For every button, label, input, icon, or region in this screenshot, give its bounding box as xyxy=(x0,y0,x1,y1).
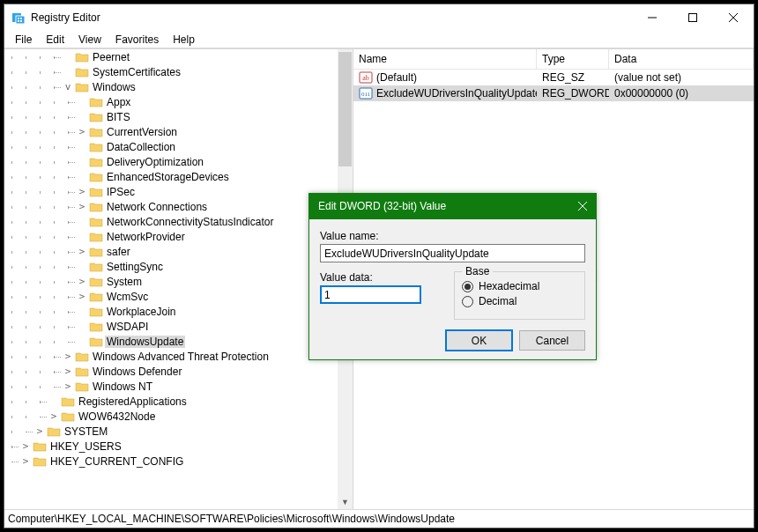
tree-node-label: SettingSync xyxy=(105,261,165,273)
string-value-icon: ab xyxy=(359,70,373,85)
tree-node-label: IPSec xyxy=(105,186,137,198)
svg-rect-2 xyxy=(18,18,19,19)
folder-icon xyxy=(89,305,103,319)
main-split: PeernetSystemCertificatesvWindowsAppxBIT… xyxy=(4,48,754,510)
folder-icon xyxy=(89,155,103,169)
ok-button[interactable]: OK xyxy=(446,330,512,351)
tree-node[interactable]: SystemCertificates xyxy=(4,64,338,79)
expand-toggle-icon[interactable]: > xyxy=(19,440,33,452)
tree-node-label: HKEY_CURRENT_CONFIG xyxy=(48,455,185,468)
cancel-button[interactable]: Cancel xyxy=(519,330,585,351)
expand-toggle-icon[interactable]: > xyxy=(61,366,75,377)
dialog-close-button[interactable] xyxy=(569,193,596,219)
expand-toggle-icon[interactable]: > xyxy=(75,126,89,137)
tree-node[interactable]: >Network Connections xyxy=(4,199,338,214)
tree-node[interactable]: RegisteredApplications xyxy=(4,394,338,409)
close-button[interactable] xyxy=(713,4,754,31)
expand-toggle-icon[interactable]: > xyxy=(47,410,61,422)
list-row[interactable]: ab (Default) REG_SZ (value not set) xyxy=(353,70,754,85)
folder-icon xyxy=(89,125,103,139)
dialog-title-bar[interactable]: Edit DWORD (32-bit) Value xyxy=(309,193,596,219)
folder-icon xyxy=(75,350,89,364)
folder-icon xyxy=(75,65,89,79)
value-data-input[interactable] xyxy=(320,285,421,304)
tree-node[interactable]: NetworkProvider xyxy=(4,229,338,244)
folder-icon xyxy=(89,260,103,274)
menu-file[interactable]: File xyxy=(8,32,39,48)
tree-node-label: Windows Defender xyxy=(91,366,183,378)
tree-node[interactable]: >System xyxy=(4,274,338,289)
tree-node[interactable]: >WcmSvc xyxy=(4,289,338,304)
tree-node-label: Appx xyxy=(105,96,132,108)
svg-rect-4 xyxy=(18,20,19,22)
tree-node[interactable]: WindowsUpdate xyxy=(4,334,338,349)
tree-node[interactable]: NetworkConnectivityStatusIndicator xyxy=(4,214,338,229)
folder-icon xyxy=(75,50,89,64)
tree-node[interactable]: >Windows Advanced Threat Protection xyxy=(4,349,338,364)
tree-node[interactable]: >HKEY_CURRENT_CONFIG xyxy=(4,454,338,469)
expand-toggle-icon[interactable]: > xyxy=(75,291,89,302)
col-header-type[interactable]: Type xyxy=(537,49,609,69)
tree-node[interactable]: >Windows Defender xyxy=(4,364,338,379)
expand-toggle-icon[interactable]: v xyxy=(61,81,75,92)
minimize-button[interactable] xyxy=(632,4,673,31)
folder-icon xyxy=(89,320,103,334)
folder-icon xyxy=(89,335,103,349)
svg-rect-1 xyxy=(16,16,25,24)
radio-hexadecimal[interactable]: Hexadecimal xyxy=(462,280,577,292)
scroll-down-icon[interactable]: ▼ xyxy=(338,494,353,509)
tree-node-label: SystemCertificates xyxy=(91,66,182,78)
tree-node[interactable]: vWindows xyxy=(4,79,338,94)
tree-node[interactable]: WorkplaceJoin xyxy=(4,304,338,319)
tree-node-label: EnhancedStorageDevices xyxy=(105,171,231,183)
tree-node-label: WcmSvc xyxy=(105,291,150,303)
tree-node[interactable]: Appx xyxy=(4,94,338,109)
tree-node[interactable]: >IPSec xyxy=(4,184,338,199)
tree-node-label: CurrentVersion xyxy=(105,126,179,138)
title-bar[interactable]: Registry Editor xyxy=(4,4,754,31)
expand-toggle-icon[interactable]: > xyxy=(75,201,89,212)
tree-node-label: WorkplaceJoin xyxy=(105,306,177,318)
tree-node[interactable]: >WOW6432Node xyxy=(4,409,338,424)
edit-dialog: Edit DWORD (32-bit) Value Value name: Va… xyxy=(308,193,597,360)
value-data-label: Value data: xyxy=(320,271,443,284)
tree-node[interactable]: >SYSTEM xyxy=(4,424,338,439)
tree-node[interactable]: EnhancedStorageDevices xyxy=(4,169,338,184)
col-header-data[interactable]: Data xyxy=(609,49,754,69)
status-path: Computer\HKEY_LOCAL_MACHINE\SOFTWARE\Pol… xyxy=(8,513,455,525)
tree-node[interactable]: >Windows NT xyxy=(4,379,338,394)
tree-node-label: HKEY_USERS xyxy=(48,440,123,453)
tree-node[interactable]: DeliveryOptimization xyxy=(4,154,338,169)
tree-node[interactable]: SettingSync xyxy=(4,259,338,274)
maximize-button[interactable] xyxy=(673,4,713,31)
tree-node[interactable]: DataCollection xyxy=(4,139,338,154)
menu-edit[interactable]: Edit xyxy=(39,32,71,48)
tree-node[interactable]: >safer xyxy=(4,244,338,259)
expand-toggle-icon[interactable]: > xyxy=(33,425,47,437)
expand-toggle-icon[interactable]: > xyxy=(75,186,89,197)
radio-decimal[interactable]: Decimal xyxy=(462,295,577,307)
svg-text:011: 011 xyxy=(361,91,371,98)
expand-toggle-icon[interactable]: > xyxy=(75,276,89,287)
menu-favorites[interactable]: Favorites xyxy=(108,32,166,48)
expand-toggle-icon[interactable]: > xyxy=(19,455,33,467)
list-header[interactable]: Name Type Data xyxy=(353,49,754,70)
expand-toggle-icon[interactable]: > xyxy=(75,246,89,257)
tree-pane[interactable]: PeernetSystemCertificatesvWindowsAppxBIT… xyxy=(4,49,353,509)
menu-view[interactable]: View xyxy=(71,32,108,48)
tree-node[interactable]: WSDAPI xyxy=(4,319,338,334)
scroll-thumb[interactable] xyxy=(338,52,352,166)
menu-help[interactable]: Help xyxy=(166,32,202,48)
svg-rect-3 xyxy=(20,18,22,19)
tree-node[interactable]: Peernet xyxy=(4,49,338,64)
expand-toggle-icon[interactable]: > xyxy=(61,351,75,362)
list-row[interactable]: 011 ExcludeWUDriversInQualityUpdate REG_… xyxy=(353,85,754,101)
expand-toggle-icon[interactable]: > xyxy=(61,381,75,392)
value-data: (value not set) xyxy=(609,71,754,84)
tree-node[interactable]: >CurrentVersion xyxy=(4,124,338,139)
folder-icon xyxy=(61,410,75,424)
tree-node[interactable]: BITS xyxy=(4,109,338,124)
tree-node[interactable]: >HKEY_USERS xyxy=(4,439,338,454)
value-name-input[interactable] xyxy=(320,244,585,262)
col-header-name[interactable]: Name xyxy=(353,49,537,69)
